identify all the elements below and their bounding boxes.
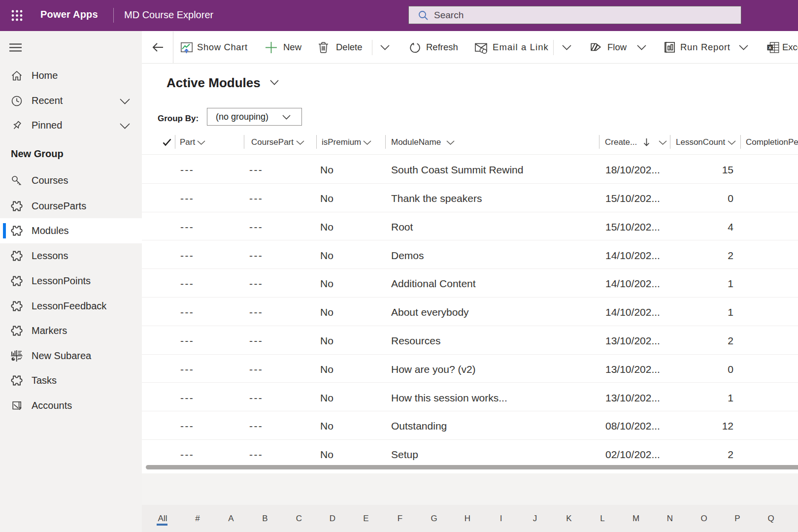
svg-text:X: X bbox=[768, 45, 772, 50]
